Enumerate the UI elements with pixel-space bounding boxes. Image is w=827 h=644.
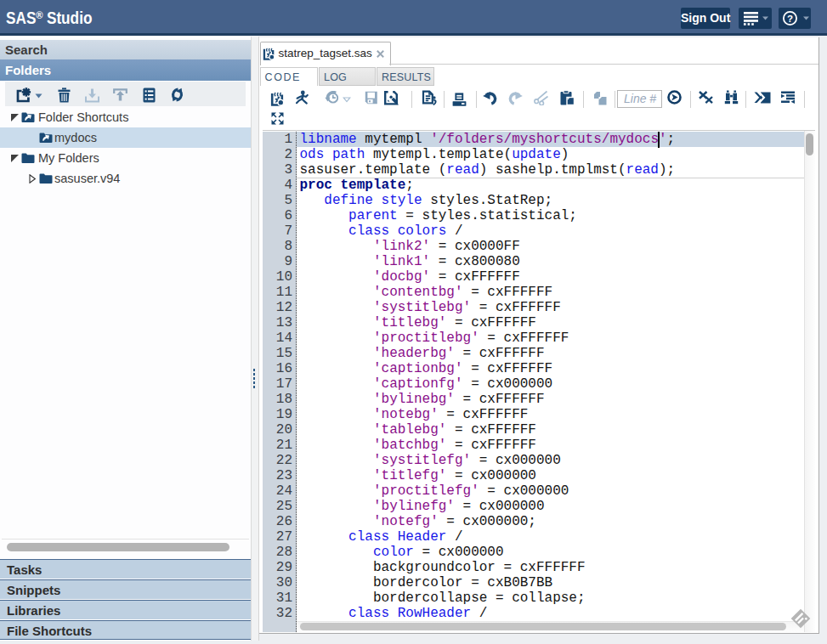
- svg-text:?: ?: [787, 14, 793, 24]
